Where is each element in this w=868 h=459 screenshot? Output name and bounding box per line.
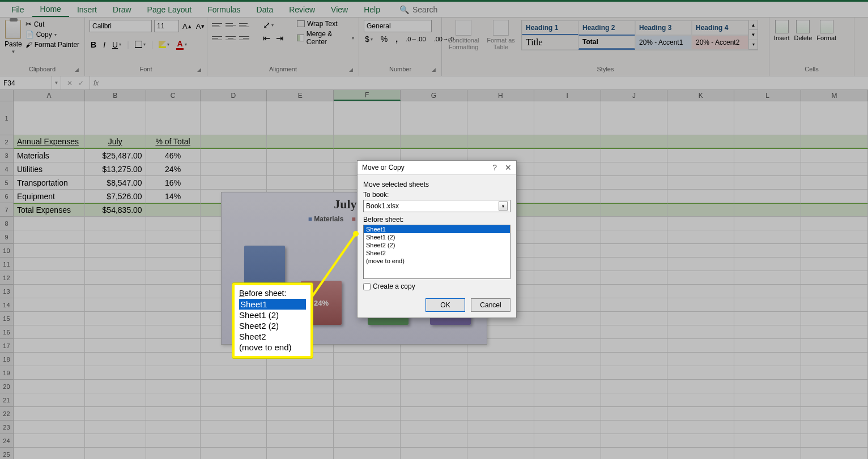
cell[interactable]: $8,547.00 xyxy=(85,176,146,190)
cell[interactable] xyxy=(146,230,201,244)
cell[interactable] xyxy=(467,421,534,434)
format-painter-button[interactable]: Format Painter xyxy=(25,41,79,49)
cell[interactable] xyxy=(401,135,467,149)
row-header[interactable]: 17 xyxy=(0,339,14,353)
cell[interactable] xyxy=(334,407,401,421)
cell[interactable] xyxy=(534,244,601,258)
cell[interactable]: Equipment xyxy=(14,190,85,203)
cell[interactable] xyxy=(401,407,467,421)
cell[interactable] xyxy=(601,135,668,149)
cell[interactable] xyxy=(601,271,668,285)
cell[interactable] xyxy=(85,285,146,298)
cell[interactable] xyxy=(667,285,734,298)
cell[interactable]: Total Expenses xyxy=(14,203,85,217)
cell[interactable] xyxy=(14,244,85,258)
col-header-D[interactable]: D xyxy=(201,90,267,101)
cell[interactable] xyxy=(801,244,868,258)
cell[interactable]: Utilities xyxy=(14,162,85,176)
cell[interactable] xyxy=(14,312,85,325)
cell[interactable] xyxy=(85,421,146,434)
cell[interactable] xyxy=(734,434,801,448)
cell[interactable] xyxy=(734,258,801,271)
cell[interactable] xyxy=(534,407,601,421)
col-header-E[interactable]: E xyxy=(267,90,334,101)
row-header[interactable]: 22 xyxy=(0,407,14,421)
gallery-scroll[interactable]: ▲▼▾ xyxy=(749,20,758,50)
name-box-dropdown[interactable]: ▼ xyxy=(52,76,61,89)
cell[interactable] xyxy=(667,448,734,459)
more-icon[interactable]: ▾ xyxy=(749,40,758,50)
cell[interactable] xyxy=(146,325,201,339)
cell[interactable] xyxy=(734,162,801,176)
cell[interactable] xyxy=(146,393,201,407)
cell[interactable] xyxy=(14,380,85,393)
cell[interactable] xyxy=(14,434,85,448)
cell[interactable] xyxy=(146,421,201,434)
cell[interactable] xyxy=(267,101,334,135)
cell[interactable] xyxy=(201,380,267,393)
format-cells-button[interactable]: Format xyxy=(816,20,836,41)
cell[interactable] xyxy=(85,271,146,285)
row-header[interactable]: 18 xyxy=(0,353,14,366)
cell[interactable] xyxy=(667,407,734,421)
cell[interactable] xyxy=(534,176,601,190)
wrap-text-button[interactable]: Wrap Text xyxy=(297,20,354,28)
cancel-formula-icon[interactable]: ✕ xyxy=(67,79,73,87)
to-book-combo[interactable]: Book1.xlsx ▾ xyxy=(363,200,510,212)
cell[interactable] xyxy=(601,176,668,190)
cell[interactable] xyxy=(334,101,401,135)
cell[interactable] xyxy=(734,244,801,258)
cell[interactable]: Annual Expenses xyxy=(14,135,85,149)
cell[interactable] xyxy=(801,176,868,190)
cell[interactable] xyxy=(401,101,467,135)
font-color-button[interactable]: A xyxy=(175,39,188,50)
cell[interactable] xyxy=(734,176,801,190)
row-header[interactable]: 12 xyxy=(0,271,14,285)
decrease-indent-button[interactable]: ⇤ xyxy=(262,33,271,44)
increase-font-button[interactable]: A▴ xyxy=(181,22,193,31)
cell[interactable] xyxy=(601,353,668,366)
tab-view[interactable]: View xyxy=(323,3,356,16)
cell[interactable] xyxy=(267,448,334,459)
column-headers[interactable]: A B C D E F G H I J K L M xyxy=(0,90,868,101)
cell[interactable] xyxy=(146,101,201,135)
close-icon[interactable]: ✕ xyxy=(505,163,512,172)
cell[interactable] xyxy=(85,217,146,230)
cell[interactable] xyxy=(734,149,801,162)
cell[interactable] xyxy=(801,421,868,434)
cell[interactable] xyxy=(734,448,801,459)
enter-formula-icon[interactable]: ✓ xyxy=(78,79,84,87)
cell[interactable] xyxy=(667,230,734,244)
cell[interactable] xyxy=(601,101,668,135)
increase-indent-button[interactable]: ⇥ xyxy=(275,33,284,44)
cell[interactable] xyxy=(467,135,534,149)
cell[interactable] xyxy=(667,271,734,285)
cell[interactable] xyxy=(801,312,868,325)
cell[interactable] xyxy=(534,366,601,380)
row-header[interactable]: 7 xyxy=(0,203,14,217)
cell[interactable]: Materials xyxy=(14,149,85,162)
tab-home[interactable]: Home xyxy=(32,2,69,17)
cell[interactable] xyxy=(534,421,601,434)
col-header-G[interactable]: G xyxy=(401,90,467,101)
cell[interactable] xyxy=(534,258,601,271)
cell[interactable] xyxy=(601,162,668,176)
row-header[interactable]: 21 xyxy=(0,393,14,407)
cell[interactable] xyxy=(201,176,267,190)
chevron-down-icon[interactable]: ▾ xyxy=(499,201,508,211)
cell[interactable] xyxy=(146,217,201,230)
cell[interactable] xyxy=(801,271,868,285)
cell[interactable] xyxy=(267,380,334,393)
cell[interactable] xyxy=(801,258,868,271)
tab-draw[interactable]: Draw xyxy=(105,3,139,16)
italic-button[interactable]: I xyxy=(102,40,107,49)
cell[interactable] xyxy=(14,325,85,339)
cell[interactable] xyxy=(14,298,85,312)
cell[interactable] xyxy=(401,366,467,380)
cell[interactable] xyxy=(734,366,801,380)
row-header[interactable]: 8 xyxy=(0,217,14,230)
cell[interactable] xyxy=(467,353,534,366)
cell[interactable]: 16% xyxy=(146,176,201,190)
cell[interactable] xyxy=(734,353,801,366)
tab-data[interactable]: Data xyxy=(249,3,282,16)
